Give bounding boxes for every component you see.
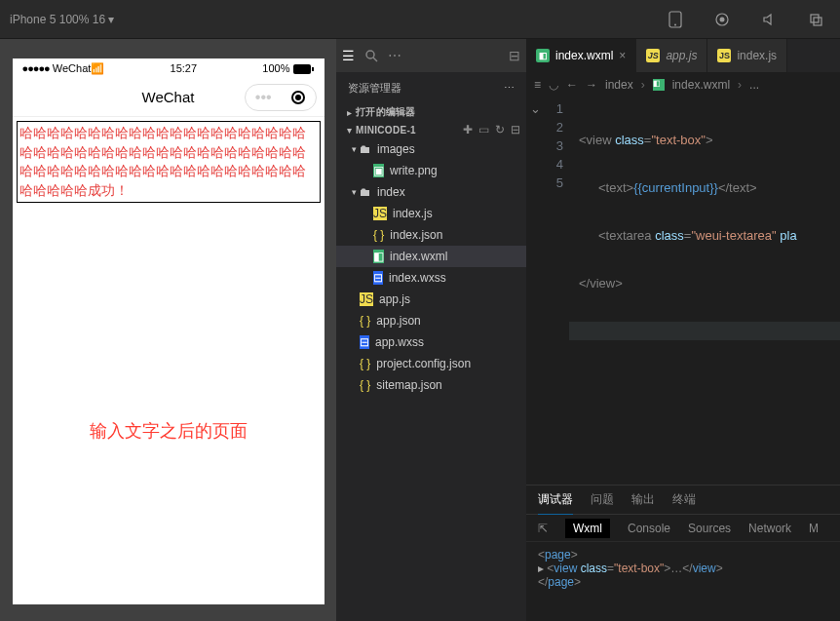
folder-index[interactable]: ▾🖿index <box>336 181 526 203</box>
new-file-icon[interactable]: ✚ <box>463 123 473 136</box>
fold-icon[interactable]: ⌄ <box>526 101 544 120</box>
phone-frame: ●●●●● WeChat📶 15:27 100% WeChat ••• 哈哈哈哈… <box>13 58 325 604</box>
folder-images[interactable]: ▾🖿images <box>336 138 526 160</box>
inspect-icon[interactable]: ⇱ <box>538 522 548 535</box>
wxml-icon: ◧ <box>373 250 384 263</box>
wxml-icon: ◧ <box>653 79 665 91</box>
js-icon: JS <box>646 49 660 62</box>
code-editor[interactable]: ⌄ 1 2 3 4 5 <view class="text-box"> <tex… <box>526 97 840 485</box>
section-label: 打开的编辑器 <box>356 105 520 119</box>
file-index-json[interactable]: { }index.json <box>336 224 526 246</box>
explorer-panel: 资源管理器 ⋯ ▸ 打开的编辑器 ▾ MINICODE-1 ✚ ▭ ↻ <box>336 72 526 621</box>
image-icon: ▣ <box>373 164 384 177</box>
capsule-button[interactable]: ••• <box>245 84 317 111</box>
bottom-panel: 调试器 问题 输出 终端 ⇱ Wxml Console Sources Netw… <box>526 485 840 621</box>
collapse-icon[interactable]: ⊟ <box>511 123 520 136</box>
device-icon[interactable] <box>661 5 690 34</box>
record-icon[interactable] <box>707 5 737 34</box>
more-icon[interactable]: ⋯ <box>388 48 401 63</box>
refresh-icon[interactable]: ↻ <box>495 123 505 136</box>
phone-battery: 100% <box>262 62 314 74</box>
chevron-down-icon: ▾ <box>342 125 356 136</box>
tab-problems[interactable]: 问题 <box>591 491 614 508</box>
phone-title: WeChat <box>142 89 195 105</box>
project-section[interactable]: ▾ MINICODE-1 ✚ ▭ ↻ ⊟ <box>336 121 526 138</box>
explorer-header: 资源管理器 ⋯ <box>336 72 526 103</box>
js-icon: JS <box>717 49 731 62</box>
tab-terminal[interactable]: 终端 <box>672 491 696 508</box>
annotation-text: 输入文字之后的页面 <box>13 419 325 443</box>
svg-line-9 <box>373 58 377 61</box>
folder-icon: 🖿 <box>360 142 371 156</box>
editor-tabs: ◧ index.wxml × JS app.js JS index.js <box>526 39 840 72</box>
svg-rect-6 <box>293 64 311 74</box>
subtab-wxml[interactable]: Wxml <box>565 519 610 538</box>
phone-nav-bar: WeChat ••• <box>13 78 325 117</box>
file-project-config-json[interactable]: { }project.config.json <box>336 353 526 374</box>
crumb-index[interactable]: index <box>605 78 633 92</box>
bookmark-icon[interactable]: ◡ <box>549 78 558 92</box>
file-tree: ▾🖿images ▣write.png ▾🖿index JSindex.js {… <box>336 138 526 621</box>
simulator-panel: ●●●●● WeChat📶 15:27 100% WeChat ••• 哈哈哈哈… <box>0 39 336 621</box>
file-index-wxml[interactable]: ◧index.wxml <box>336 246 526 267</box>
crumb-file[interactable]: index.wxml <box>672 78 730 92</box>
tab-index-wxml[interactable]: ◧ index.wxml × <box>526 39 636 72</box>
copy-icon[interactable] <box>801 5 830 34</box>
json-icon: { } <box>360 357 370 370</box>
subtab-sources[interactable]: Sources <box>688 522 731 535</box>
wxss-icon: ⊟ <box>360 335 369 349</box>
tab-app-js[interactable]: JS app.js <box>636 39 707 72</box>
file-app-wxss[interactable]: ⊟app.wxss <box>336 331 526 353</box>
outline-icon[interactable]: ≡ <box>534 78 541 92</box>
wxml-tree[interactable]: <page> ▸ <view class="text-box">…</view>… <box>526 542 840 621</box>
activity-bar: ☰ ⋯ ⊟ <box>336 39 526 72</box>
chevron-right-icon: ▸ <box>342 107 356 118</box>
search-icon[interactable] <box>364 49 378 62</box>
svg-rect-5 <box>814 18 821 25</box>
file-index-wxss[interactable]: ⊟index.wxss <box>336 267 526 289</box>
device-selector[interactable]: iPhone 5 100% 16 ▾ <box>10 13 114 26</box>
js-icon: JS <box>360 292 373 306</box>
file-app-json[interactable]: { }app.json <box>336 310 526 331</box>
tab-debugger[interactable]: 调试器 <box>538 491 573 515</box>
subtab-network[interactable]: Network <box>748 522 791 535</box>
nav-back-icon[interactable]: ← <box>566 78 578 92</box>
svg-point-8 <box>366 51 374 58</box>
close-app-icon[interactable] <box>291 91 305 104</box>
more-icon[interactable]: ⋯ <box>504 82 515 95</box>
subtab-console[interactable]: Console <box>628 522 670 535</box>
signal-label: ●●●●● WeChat📶 <box>22 62 105 75</box>
phone-time: 15:27 <box>171 62 198 74</box>
json-icon: { } <box>373 228 384 242</box>
json-icon: { } <box>360 314 370 328</box>
nav-forward-icon[interactable]: → <box>586 78 597 92</box>
close-icon[interactable]: × <box>619 49 626 62</box>
svg-rect-4 <box>811 15 819 22</box>
open-editors-section[interactable]: ▸ 打开的编辑器 <box>336 103 526 121</box>
mute-icon[interactable] <box>754 5 783 34</box>
file-app-js[interactable]: JSapp.js <box>336 289 526 310</box>
folder-icon: 🖿 <box>360 185 371 199</box>
file-write-png[interactable]: ▣write.png <box>336 160 526 181</box>
menu-icon[interactable]: ••• <box>255 89 272 106</box>
panel-right-icon[interactable]: ⊟ <box>509 48 520 63</box>
svg-point-3 <box>720 17 725 21</box>
tab-label: index.js <box>737 49 777 62</box>
crumb-more[interactable]: ... <box>749 78 759 92</box>
panel-toggle-icon[interactable]: ☰ <box>342 48 355 63</box>
wxml-icon: ◧ <box>536 49 550 62</box>
tab-index-js[interactable]: JS index.js <box>707 39 787 72</box>
svg-point-1 <box>674 23 676 25</box>
phone-status-bar: ●●●●● WeChat📶 15:27 100% <box>13 58 325 78</box>
text-box[interactable]: 哈哈哈哈哈哈哈哈哈哈哈哈哈哈哈哈哈哈哈哈哈哈哈哈哈哈哈哈哈哈哈哈哈哈哈哈哈哈哈哈… <box>17 121 321 203</box>
new-folder-icon[interactable]: ▭ <box>478 123 489 136</box>
tab-label: app.js <box>666 49 697 62</box>
code-area: ≡ ◡ ← → index › ◧ index.wxml › ... ⌄ <box>526 72 840 621</box>
tab-output[interactable]: 输出 <box>631 491 655 508</box>
file-sitemap-json[interactable]: { }sitemap.json <box>336 374 526 396</box>
section-label: MINICODE-1 <box>356 125 463 136</box>
subtab-more[interactable]: M <box>809 522 819 535</box>
debugger-sub-tabs: ⇱ Wxml Console Sources Network M <box>526 515 840 542</box>
svg-rect-7 <box>312 67 314 71</box>
file-index-js[interactable]: JSindex.js <box>336 203 526 224</box>
